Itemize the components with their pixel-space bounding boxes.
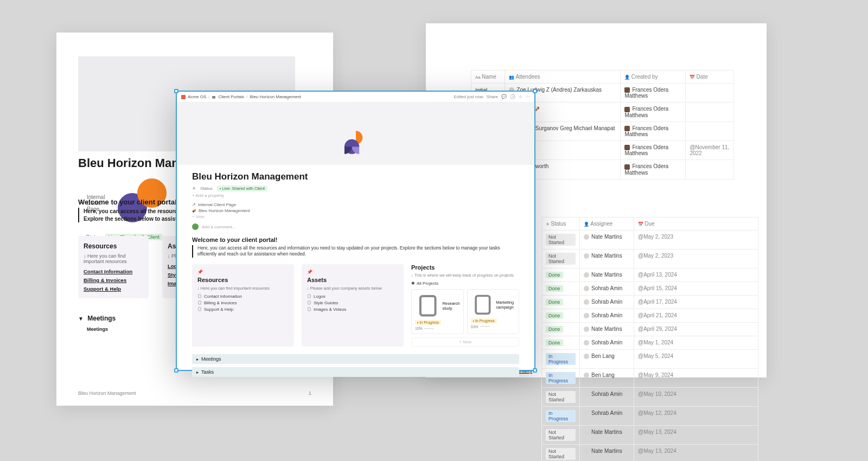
breadcrumb[interactable]: Acme OS / Client Portals / Bleu Horizon … xyxy=(181,94,301,99)
share-button[interactable]: Share xyxy=(487,94,498,99)
notion-window: Acme OS / Client Portals / Bleu Horizon … xyxy=(176,91,535,371)
column-header-date[interactable]: 📅 Date xyxy=(686,71,734,84)
svg-rect-12 xyxy=(308,308,311,311)
projects-desc: ↓ This is where we will keep track of pr… xyxy=(411,273,519,278)
edited-label: Edited just now xyxy=(454,94,483,99)
status-tag: • In Progress xyxy=(471,318,497,323)
svg-rect-3 xyxy=(212,96,215,99)
table-row[interactable]: DoneSohrab Amin@April 21, 2024 xyxy=(542,309,758,323)
table-row[interactable]: Not StartedNate Martins@May 13, 2024 xyxy=(542,445,758,462)
resize-handle[interactable] xyxy=(533,368,537,373)
add-property-button[interactable]: + Add a property xyxy=(192,193,519,198)
comment-icon[interactable]: 💬 xyxy=(501,94,507,99)
document-icon xyxy=(471,293,495,317)
table-row[interactable]: DoneNate Martins@April 13, 2024 xyxy=(542,268,758,282)
app-icon xyxy=(181,95,186,99)
logo-icon xyxy=(192,209,196,213)
property-status-row[interactable]: ☀ Status • Live: Shared with Client xyxy=(192,185,519,191)
resize-handle[interactable] xyxy=(174,368,178,373)
asset-item[interactable]: Logos xyxy=(307,294,398,299)
resources-card: 📌 Resources ↓ Here you can find importan… xyxy=(192,264,294,347)
status-icon: ☀ xyxy=(192,186,196,191)
new-subpage-button[interactable]: + New xyxy=(192,214,519,219)
meetings-heading: Meetings xyxy=(87,315,116,322)
gear-icon: ✱ xyxy=(411,281,415,286)
svg-rect-9 xyxy=(199,308,201,311)
link-icon: ↗ xyxy=(192,202,196,207)
table-row[interactable]: In ProgressSohrab Amin@May 12, 2024 xyxy=(542,407,758,426)
table-row[interactable]: In ProgressBen Lang@May 5, 2024 xyxy=(542,350,758,369)
meetings-toggle[interactable]: ▸Meetings xyxy=(192,354,519,364)
column-header-name[interactable]: Aa Name xyxy=(471,71,505,84)
assets-desc: ↓ Please add your company assets below xyxy=(307,286,398,291)
all-projects-tab[interactable]: ✱All Projects xyxy=(411,281,519,286)
more-icon[interactable]: ⋯ xyxy=(526,94,530,99)
resize-handle[interactable] xyxy=(174,89,178,93)
svg-rect-2 xyxy=(181,95,186,99)
resource-item[interactable]: Contact Information xyxy=(197,294,289,299)
table-row[interactable]: Not StartedSohrab Amin@May 10, 2024 xyxy=(542,388,758,407)
breadcrumb-item[interactable]: Client Portals xyxy=(218,94,244,99)
table-row[interactable]: DoneSohrab Amin@May 1, 2024 xyxy=(542,336,758,350)
progress-bar xyxy=(424,328,434,329)
resource-item[interactable]: Support & Help xyxy=(197,307,289,312)
tasks-toggle[interactable]: ▸Tasks xyxy=(192,367,519,377)
status-badge: • Live: Shared with Client xyxy=(217,185,268,191)
subpage-list: ↗Internal Client Page Bleu Horizon Manag… xyxy=(192,202,519,219)
meetings-subitem[interactable]: Meetings xyxy=(87,326,108,332)
projects-column: Projects ↓ This is where we will keep tr… xyxy=(411,264,519,347)
project-card[interactable]: Research study • In Progress 10% xyxy=(411,289,464,334)
resource-link[interactable]: Billing & Invoices xyxy=(84,277,143,283)
page-title[interactable]: Bleu Horizon Management xyxy=(192,171,519,182)
document-icon xyxy=(307,307,311,311)
document-icon xyxy=(197,294,202,298)
document-icon xyxy=(197,307,202,311)
chevron-right-icon: ▸ xyxy=(196,370,199,375)
table-row[interactable]: Not StartedNate Martins@May 13, 2024 xyxy=(542,426,758,445)
resources-panel: Resources ↓ Here you can find important … xyxy=(78,236,149,298)
column-header-createdby[interactable]: 👤 Created by xyxy=(621,71,686,84)
progress-bar xyxy=(480,326,490,327)
document-icon xyxy=(415,293,441,318)
welcome-blurb: Here, you can access all the resources a… xyxy=(192,245,512,258)
svg-rect-14 xyxy=(476,296,490,313)
resource-item[interactable]: Billing & Invoices xyxy=(197,300,289,305)
new-project-button[interactable]: + New xyxy=(411,337,519,347)
table-row[interactable]: DoneSohrab Amin@April 15, 2024 xyxy=(542,282,758,296)
page-logo-icon xyxy=(339,126,373,159)
table-row[interactable]: Not StartedNate Martins@May 2, 2023 xyxy=(542,230,758,249)
meetings-toggle[interactable]: ▼ Meetings xyxy=(78,315,116,322)
table-row[interactable]: Not StartedNate Martins@May 2, 2023 xyxy=(542,249,758,268)
column-header-status[interactable]: ☀ Status xyxy=(542,217,580,230)
breadcrumb-item[interactable]: Acme OS xyxy=(188,94,206,99)
footer-page-number: 1 xyxy=(309,390,311,396)
comment-placeholder[interactable]: Add a comment… xyxy=(202,225,237,229)
breadcrumb-item[interactable]: Bleu Horizon Management xyxy=(250,94,301,99)
clock-icon[interactable]: 🕓 xyxy=(510,94,515,99)
status-label: Status xyxy=(200,186,213,191)
comment-row[interactable]: Add a comment… xyxy=(192,223,519,230)
resize-handle[interactable] xyxy=(533,89,537,93)
table-row[interactable]: DoneSohrab Amin@April 17, 2024 xyxy=(542,296,758,309)
column-header-attendees[interactable]: 👥 Attendees xyxy=(505,71,621,84)
svg-rect-8 xyxy=(199,301,201,304)
resource-link[interactable]: Contact Information xyxy=(84,268,143,274)
resource-link[interactable]: Support & Help xyxy=(84,286,143,292)
asset-item[interactable]: Style Guides xyxy=(307,300,398,305)
subpage-item[interactable]: ↗Internal Client Page xyxy=(192,202,519,207)
document-icon xyxy=(307,300,311,305)
subpage-item[interactable]: Bleu Horizon Management xyxy=(192,208,519,213)
project-card[interactable]: Marketing campaign • In Progress 33% xyxy=(467,289,520,334)
pin-icon: 📌 xyxy=(307,270,398,274)
window-topbar: Acme OS / Client Portals / Bleu Horizon … xyxy=(177,92,534,103)
resources-desc: ↓ Here you can find important resources xyxy=(84,253,143,264)
column-header-assignee[interactable]: 👤 Assignee xyxy=(580,217,634,230)
table-row[interactable]: In ProgressBen Lang@May 9, 2024 xyxy=(542,369,758,388)
welcome-heading-left: Welcome to your client portal! xyxy=(78,198,179,206)
asset-item[interactable]: Images & Videos xyxy=(307,307,398,312)
assets-card: 📌 Assets ↓ Please add your company asset… xyxy=(302,264,404,347)
table-row[interactable]: DoneNate Martins@April 29, 2024 xyxy=(542,323,758,336)
document-icon xyxy=(197,300,202,305)
star-icon[interactable]: ☆ xyxy=(519,94,522,99)
column-header-due[interactable]: 📅 Due xyxy=(634,217,758,230)
